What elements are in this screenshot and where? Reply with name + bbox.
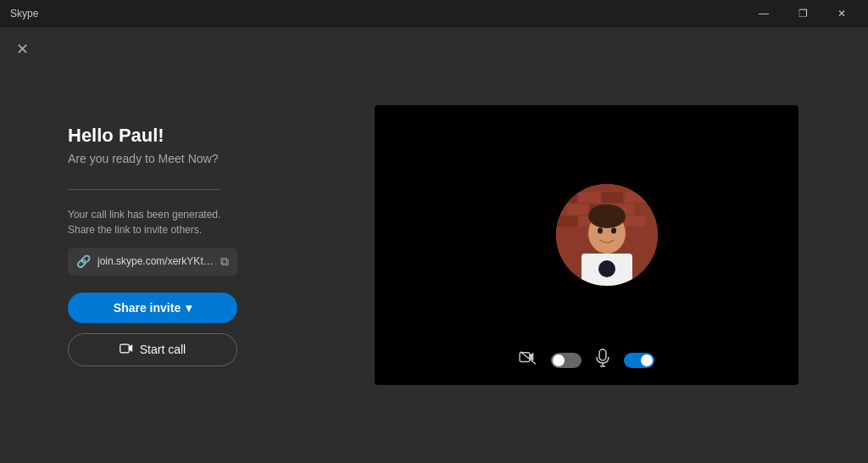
app-title: Skype: [10, 8, 38, 20]
window-controls: — ❐ ✕: [744, 0, 861, 27]
svg-rect-3: [556, 192, 577, 203]
svg-rect-20: [520, 353, 530, 362]
share-invite-button[interactable]: Share invite ▾: [68, 293, 237, 323]
chevron-down-icon: ▾: [186, 301, 192, 315]
subtitle-text: Are you ready to Meet Now?: [68, 152, 288, 165]
svg-rect-5: [602, 192, 623, 203]
call-link-text: join.skype.com/xerkYKtssme4: [97, 255, 214, 267]
copy-link-button[interactable]: ⧉: [220, 254, 229, 269]
restore-button[interactable]: ❐: [783, 0, 822, 27]
svg-rect-13: [625, 216, 646, 226]
svg-rect-10: [556, 216, 577, 226]
main-content: ✕ Hello Paul! Are you ready to Meet Now?…: [0, 27, 868, 463]
svg-point-17: [611, 228, 616, 234]
link-chain-icon: 🔗: [76, 254, 91, 268]
right-panel: [339, 27, 868, 463]
close-window-button[interactable]: ✕: [822, 0, 861, 27]
user-avatar: [556, 184, 658, 286]
video-preview: [375, 105, 798, 385]
microphone-icon[interactable]: [595, 349, 610, 371]
svg-point-15: [588, 204, 626, 228]
minimize-button[interactable]: —: [744, 0, 783, 27]
svg-rect-7: [567, 204, 588, 215]
camera-toggle-off[interactable]: [551, 353, 581, 368]
svg-marker-1: [129, 344, 132, 352]
start-call-label: Start call: [140, 343, 186, 356]
divider: [68, 189, 220, 190]
share-invite-label: Share invite: [114, 301, 181, 315]
svg-rect-4: [579, 192, 600, 203]
titlebar: Skype — ❐ ✕: [0, 0, 868, 27]
video-off-icon[interactable]: [519, 350, 537, 370]
call-link-box: 🔗 join.skype.com/xerkYKtssme4 ⧉: [68, 248, 237, 276]
start-call-button[interactable]: Start call: [68, 333, 237, 366]
left-panel: Hello Paul! Are you ready to Meet Now? Y…: [0, 27, 339, 463]
svg-point-16: [598, 228, 603, 234]
audio-toggle-on[interactable]: [624, 353, 654, 368]
back-close-button[interactable]: ✕: [10, 37, 34, 61]
svg-rect-0: [120, 344, 129, 353]
greeting-heading: Hello Paul!: [68, 125, 288, 147]
video-controls-bar: [519, 349, 654, 371]
svg-point-19: [598, 260, 615, 277]
call-link-info: Your call link has been generated. Share…: [68, 207, 288, 237]
svg-rect-23: [599, 349, 606, 360]
svg-rect-6: [625, 192, 646, 203]
video-camera-icon: [120, 343, 133, 357]
